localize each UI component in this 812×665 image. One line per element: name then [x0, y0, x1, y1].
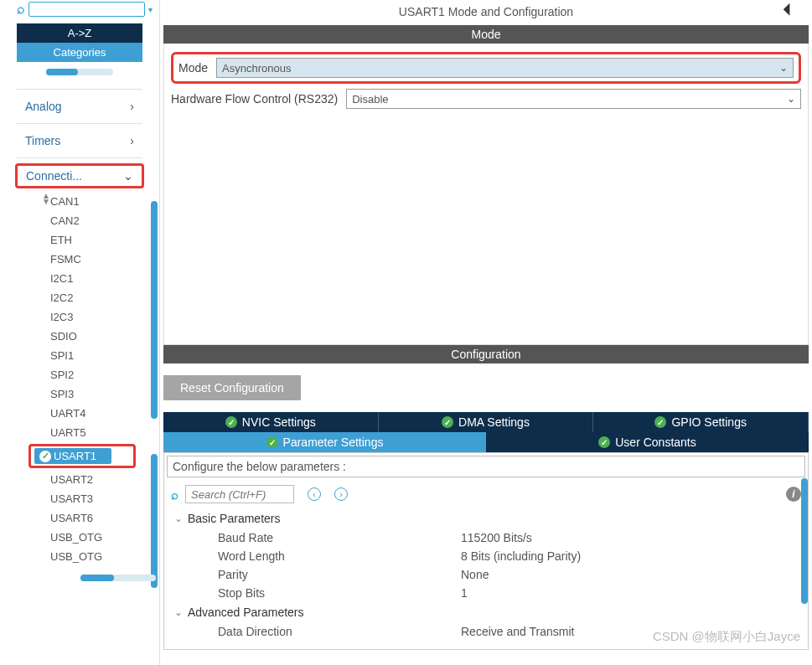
- chevron-down-icon[interactable]: ▾: [148, 5, 153, 14]
- check-icon: ✓: [39, 451, 51, 462]
- mode-value: Asynchronous: [222, 62, 291, 75]
- list-item[interactable]: ETH: [47, 232, 159, 248]
- list-item[interactable]: SPI2: [47, 367, 159, 383]
- chevron-down-icon: ⌄: [174, 606, 183, 618]
- highlight-box: ✓ USART1: [28, 444, 136, 468]
- list-item[interactable]: CAN2: [47, 213, 159, 229]
- list-item[interactable]: USART2: [47, 472, 159, 487]
- parameter-body: ⌄Basic Parameters Baud Rate115200 Bits/s…: [164, 508, 808, 649]
- config-tabs-row1: ✓NVIC Settings ✓DMA Settings ✓GPIO Setti…: [163, 412, 809, 432]
- sidebar: ⌕ ▾ A->Z Categories Analog › Timers › Co…: [0, 0, 159, 665]
- list-item[interactable]: USB_OTG: [47, 549, 159, 564]
- sidebar-groups: Analog › Timers › Connecti... ⌄ ▲▼ CAN1 …: [0, 84, 159, 665]
- sidebar-mini-scroll[interactable]: [46, 69, 113, 75]
- list-item[interactable]: I2C3: [47, 309, 159, 325]
- param-row-parity[interactable]: ParityNone: [174, 565, 798, 584]
- list-item[interactable]: UART5: [47, 425, 159, 441]
- flowcontrol-select[interactable]: Disable ⌄: [346, 89, 801, 109]
- search-icon[interactable]: ⌕: [17, 2, 25, 17]
- group-advanced-parameters[interactable]: ⌄Advanced Parameters: [174, 602, 798, 622]
- list-item[interactable]: I2C1: [47, 271, 159, 286]
- tab-dma-settings[interactable]: ✓DMA Settings: [379, 412, 594, 432]
- chevron-right-icon: ›: [130, 134, 134, 147]
- flowcontrol-label: Hardware Flow Control (RS232): [171, 92, 343, 106]
- peripheral-list: ▲▼ CAN1 CAN2 ETH FSMC I2C1 I2C2 I2C3 SDI…: [0, 193, 159, 581]
- list-item[interactable]: USART6: [47, 510, 159, 526]
- page-title: USART1 Mode and Configuration ◣: [160, 0, 812, 25]
- config-tabs-row2: ✓Parameter Settings ✓User Constants: [163, 432, 809, 452]
- list-item[interactable]: USB_OTG: [47, 529, 159, 545]
- sidebar-group-timers[interactable]: Timers ›: [0, 129, 159, 152]
- check-icon: ✓: [225, 416, 237, 428]
- chevron-down-icon: ⌄: [787, 93, 795, 105]
- tab-nvic-settings[interactable]: ✓NVIC Settings: [163, 412, 379, 432]
- chevron-down-icon: ⌄: [174, 513, 183, 524]
- tab-parameter-settings[interactable]: ✓Parameter Settings: [163, 432, 486, 452]
- parameter-scrollbar[interactable]: [801, 478, 808, 604]
- check-icon: ✓: [442, 416, 453, 428]
- mode-select[interactable]: Asynchronous ⌄: [216, 58, 794, 78]
- expand-icon[interactable]: ◣: [783, 0, 799, 16]
- chevron-down-icon: ⌄: [123, 169, 133, 183]
- mode-row: Mode Asynchronous ⌄: [171, 52, 801, 84]
- list-item[interactable]: UART4: [47, 405, 159, 421]
- main-panel: USART1 Mode and Configuration ◣ Mode Mod…: [159, 0, 812, 665]
- sort-icon[interactable]: ▲▼: [42, 193, 50, 204]
- tab-user-constants[interactable]: ✓User Constants: [486, 432, 809, 452]
- configuration-panel: Reset Configuration ✓NVIC Settings ✓DMA …: [163, 363, 809, 650]
- configuration-header: Configuration: [163, 345, 809, 363]
- list-item-label: USART1: [54, 450, 96, 462]
- param-row-stop-bits[interactable]: Stop Bits1: [174, 584, 798, 602]
- sidebar-search-input[interactable]: [28, 2, 145, 17]
- flowcontrol-row: Hardware Flow Control (RS232) Disable ⌄: [171, 89, 801, 109]
- next-match-button[interactable]: ›: [334, 487, 348, 501]
- list-item[interactable]: SPI3: [47, 386, 159, 402]
- list-item[interactable]: CAN1: [47, 193, 159, 209]
- sidebar-group-label: Analog: [25, 100, 62, 113]
- info-icon[interactable]: i: [786, 487, 801, 502]
- mode-label: Mode: [178, 61, 213, 75]
- list-item[interactable]: USART3: [47, 491, 159, 507]
- tab-gpio-settings[interactable]: ✓GPIO Settings: [593, 412, 809, 432]
- flowcontrol-value: Disable: [352, 93, 388, 106]
- tab-a-z[interactable]: A->Z: [17, 23, 142, 43]
- list-mini-scroll[interactable]: [80, 575, 156, 581]
- reset-configuration-button[interactable]: Reset Configuration: [163, 375, 301, 400]
- list-item-usart1[interactable]: ✓ USART1: [34, 448, 111, 464]
- parameter-hint: Configure the below parameters :: [167, 456, 805, 477]
- mode-panel: Mode Asynchronous ⌄ Hardware Flow Contro…: [163, 44, 809, 345]
- list-item[interactable]: FSMC: [47, 251, 159, 267]
- sidebar-group-connectivity[interactable]: Connecti... ⌄: [15, 163, 144, 188]
- chevron-right-icon: ›: [130, 100, 134, 113]
- prev-match-button[interactable]: ‹: [308, 487, 321, 501]
- chevron-down-icon: ⌄: [779, 62, 788, 74]
- check-icon: ✓: [654, 416, 666, 428]
- param-row-word-length[interactable]: Word Length8 Bits (including Parity): [174, 547, 798, 565]
- sidebar-group-label: Timers: [25, 134, 60, 147]
- parameter-area: Configure the below parameters : ⌕ ‹ › i…: [163, 452, 809, 650]
- search-icon[interactable]: ⌕: [171, 487, 178, 502]
- mode-header: Mode: [163, 25, 809, 44]
- group-basic-parameters[interactable]: ⌄Basic Parameters: [174, 508, 798, 528]
- tab-categories[interactable]: Categories: [17, 43, 142, 62]
- list-item[interactable]: SPI1: [47, 348, 159, 363]
- sidebar-group-analog[interactable]: Analog ›: [0, 95, 159, 118]
- watermark: CSDN @物联网小白Jayce: [653, 629, 800, 645]
- list-item[interactable]: SDIO: [47, 328, 159, 344]
- check-icon: ✓: [266, 436, 278, 448]
- param-row-baud-rate[interactable]: Baud Rate115200 Bits/s: [174, 528, 798, 547]
- sidebar-group-label: Connecti...: [26, 169, 82, 183]
- parameter-toolbar: ⌕ ‹ › i: [164, 480, 808, 508]
- list-item[interactable]: I2C2: [47, 290, 159, 306]
- parameter-search-input[interactable]: [185, 485, 294, 503]
- check-icon: ✓: [598, 436, 610, 448]
